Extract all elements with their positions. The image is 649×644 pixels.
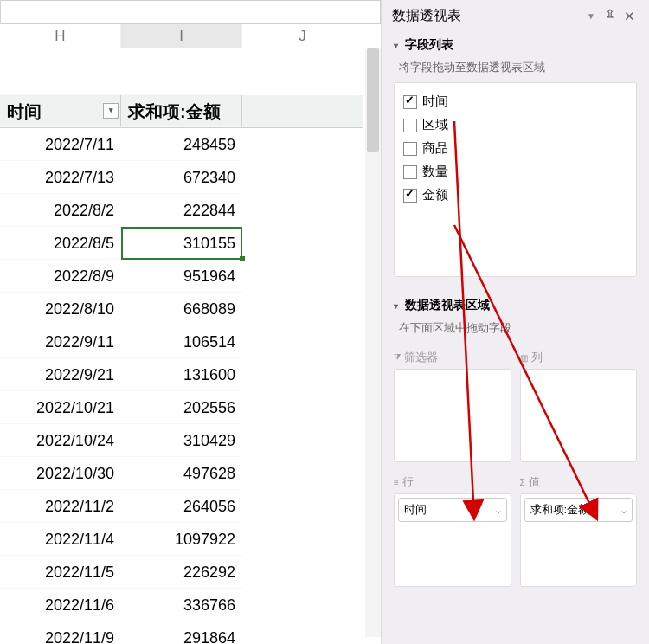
- field-item[interactable]: 金额: [403, 184, 627, 207]
- value-cell[interactable]: 1097922: [121, 523, 242, 556]
- date-cell[interactable]: 2022/8/10: [0, 293, 121, 325]
- date-cell[interactable]: 2022/10/24: [0, 424, 121, 457]
- table-row: 2022/9/11106514: [0, 325, 363, 358]
- pivot-row-header[interactable]: 时间 ▾: [0, 95, 121, 127]
- table-row: 2022/11/2264056: [0, 490, 363, 523]
- pivot-value-header[interactable]: 求和项:金额: [121, 95, 242, 127]
- table-row: 2022/11/6336766: [0, 589, 363, 621]
- date-cell[interactable]: 2022/11/4: [0, 523, 121, 556]
- date-cell[interactable]: 2022/10/21: [0, 391, 121, 424]
- field-list-section[interactable]: 字段列表: [382, 32, 649, 58]
- value-cell[interactable]: 310155: [121, 227, 242, 260]
- value-cell[interactable]: 264056: [121, 490, 242, 523]
- table-row: 2022/11/41097922: [0, 523, 363, 556]
- area-section[interactable]: 数据透视表区域: [382, 293, 649, 319]
- vertical-scrollbar[interactable]: [365, 48, 381, 637]
- field-list-title: 字段列表: [405, 37, 453, 51]
- date-cell[interactable]: 2022/8/9: [0, 260, 121, 293]
- column-header-j[interactable]: J: [242, 24, 363, 48]
- pin-icon[interactable]: [601, 9, 620, 23]
- field-item[interactable]: 数量: [403, 160, 627, 184]
- field-label: 时间: [422, 93, 448, 110]
- field-checkbox[interactable]: [403, 189, 417, 203]
- date-cell[interactable]: 2022/11/5: [0, 556, 121, 589]
- value-cell[interactable]: 497628: [121, 457, 242, 490]
- row-area-label: ≡ 行: [394, 471, 511, 493]
- value-area: Σ 值 求和项:金额 ⌵: [520, 471, 638, 587]
- column-header-h[interactable]: H: [0, 24, 121, 48]
- date-cell[interactable]: 2022/11/2: [0, 490, 121, 523]
- table-row: 2022/10/21202556: [0, 391, 363, 424]
- value-cell[interactable]: 672340: [121, 161, 242, 194]
- rows-icon: ≡: [394, 478, 399, 487]
- table-row: 2022/7/13672340: [0, 161, 363, 194]
- field-checkbox[interactable]: [403, 142, 417, 156]
- field-checkbox[interactable]: [403, 119, 417, 132]
- pivot-filter-dropdown[interactable]: ▾: [103, 103, 119, 119]
- row-chip-label: 时间: [404, 502, 427, 518]
- close-icon[interactable]: ✕: [620, 9, 639, 24]
- table-row: 2022/10/24310429: [0, 424, 363, 457]
- column-area: ▥ 列: [520, 346, 638, 462]
- value-cell[interactable]: 310429: [121, 424, 242, 457]
- pivot-panel: 数据透视表 ▼ ✕ 字段列表 将字段拖动至数据透视表区域 时间区域商品数量金额 …: [381, 0, 649, 644]
- blank-cell[interactable]: [121, 52, 242, 95]
- chevron-down-icon[interactable]: ▼: [587, 11, 595, 21]
- field-list-box[interactable]: 时间区域商品数量金额: [394, 82, 637, 277]
- date-cell[interactable]: 2022/9/21: [0, 358, 121, 391]
- date-cell[interactable]: 2022/7/11: [0, 128, 121, 161]
- pivot-grid: 时间 ▾ 求和项:金额 2022/7/112484592022/7/136723…: [0, 52, 363, 644]
- row-chip-time[interactable]: 时间 ⌵: [398, 498, 507, 522]
- chevron-down-icon: ⌵: [496, 506, 501, 515]
- value-chip-amount[interactable]: 求和项:金额 ⌵: [524, 498, 633, 522]
- table-row: 2022/11/9291864: [0, 621, 363, 644]
- area-grid: ⧩ 筛选器 ▥ 列 ≡ 行 时间 ⌵: [382, 343, 649, 590]
- blank-cell[interactable]: [0, 52, 121, 95]
- field-checkbox[interactable]: [403, 95, 417, 109]
- value-dropzone[interactable]: 求和项:金额 ⌵: [520, 493, 638, 587]
- value-cell[interactable]: 291864: [121, 621, 242, 644]
- column-area-label: ▥ 列: [520, 346, 638, 369]
- date-cell[interactable]: 2022/11/6: [0, 589, 121, 621]
- value-chip-label: 求和项:金额: [530, 502, 590, 518]
- date-cell[interactable]: 2022/9/11: [0, 325, 121, 358]
- date-cell[interactable]: 2022/11/9: [0, 621, 121, 644]
- field-checkbox[interactable]: [403, 165, 417, 179]
- date-cell[interactable]: 2022/8/5: [0, 227, 121, 260]
- field-label: 数量: [422, 164, 448, 180]
- pivot-header-row: 时间 ▾ 求和项:金额: [0, 95, 363, 128]
- value-cell[interactable]: 248459: [121, 128, 242, 161]
- value-area-label: Σ 值: [520, 471, 638, 493]
- row-dropzone[interactable]: 时间 ⌵: [394, 493, 511, 587]
- value-cell[interactable]: 336766: [121, 589, 242, 621]
- value-cell[interactable]: 951964: [121, 260, 242, 293]
- table-row: 2022/7/11248459: [0, 128, 363, 161]
- chevron-down-icon: ⌵: [621, 506, 627, 515]
- field-label: 金额: [422, 187, 448, 203]
- formula-bar[interactable]: [0, 0, 381, 24]
- value-cell[interactable]: 222844: [121, 194, 242, 227]
- date-cell[interactable]: 2022/7/13: [0, 161, 121, 194]
- filter-area-label: ⧩ 筛选器: [394, 346, 511, 369]
- filter-icon: ⧩: [394, 352, 401, 363]
- value-cell[interactable]: 106514: [121, 325, 242, 358]
- date-cell[interactable]: 2022/10/30: [0, 457, 121, 490]
- date-cell[interactable]: 2022/8/2: [0, 194, 121, 227]
- table-row: 2022/11/5226292: [0, 556, 363, 589]
- table-row: 2022/8/10668089: [0, 293, 363, 325]
- columns-icon: ▥: [520, 353, 528, 363]
- scrollbar-thumb[interactable]: [367, 48, 379, 152]
- spreadsheet-area: H I J 时间 ▾ 求和项:金额 2022/7/112484592022/7/…: [0, 0, 381, 644]
- field-item[interactable]: 时间: [403, 90, 627, 113]
- field-item[interactable]: 区域: [403, 113, 627, 137]
- value-cell[interactable]: 668089: [121, 293, 242, 325]
- filter-dropzone[interactable]: [394, 369, 511, 462]
- value-cell[interactable]: 202556: [121, 391, 242, 424]
- table-row: 2022/10/30497628: [0, 457, 363, 490]
- column-header-i[interactable]: I: [121, 24, 242, 48]
- field-item[interactable]: 商品: [403, 137, 627, 160]
- value-cell[interactable]: 131600: [121, 358, 242, 391]
- value-cell[interactable]: 226292: [121, 556, 242, 589]
- column-dropzone[interactable]: [520, 369, 638, 462]
- field-label: 商品: [422, 140, 448, 157]
